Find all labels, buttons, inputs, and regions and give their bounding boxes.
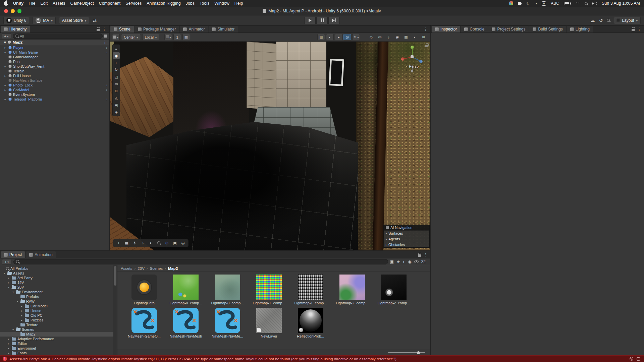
effects-icon[interactable]: ◐	[147, 241, 155, 245]
panel-menu-icon[interactable]	[102, 27, 106, 32]
hidden-count-eye-icon[interactable]	[414, 260, 419, 263]
tab-lighting[interactable]: Lighting	[567, 26, 593, 33]
search-tool-icon[interactable]	[155, 241, 163, 245]
project-search-input[interactable]	[20, 260, 385, 264]
apple-menu-icon[interactable]	[4, 1, 8, 6]
nav-surfaces-row[interactable]: Surfaces	[384, 230, 429, 236]
asset-item[interactable]: Lightmap-1_comp...	[252, 275, 286, 305]
snap-increment-field[interactable]: 1	[173, 34, 181, 40]
filter-label-icon[interactable]: ◉	[408, 259, 411, 264]
snap-toggle-icon[interactable]: ▦	[182, 34, 190, 40]
play-button[interactable]	[304, 17, 316, 24]
camera-tool-icon[interactable]: ▣	[113, 102, 120, 108]
tree-folder[interactable]: House	[0, 308, 117, 313]
rotate-tool-icon[interactable]: ↻	[113, 66, 120, 73]
component-filter-icon[interactable]: ◐	[411, 34, 419, 40]
step-button[interactable]	[328, 17, 340, 24]
filter-type-icon[interactable]: ◐	[403, 259, 405, 264]
scrollbar-thumb[interactable]	[114, 266, 116, 286]
menu-gameobject[interactable]: GameObject	[70, 1, 94, 6]
menu-animation-rigging[interactable]: Animation Rigging	[147, 1, 180, 6]
unity-version-chip[interactable]: Unity 6	[3, 17, 29, 24]
asset-item[interactable]: Lightmap-0_comp...	[211, 275, 244, 305]
scene-header-row[interactable]: Map2	[0, 40, 109, 45]
menu-unity[interactable]: Unity	[13, 1, 23, 6]
pan-tool-icon[interactable]: +	[115, 241, 122, 245]
raycast-menubar-icon[interactable]	[509, 1, 513, 5]
expand-arrow-icon[interactable]	[4, 40, 6, 45]
asset-item[interactable]: Lightmap-1_comp...	[294, 275, 327, 305]
maximize-window-button[interactable]	[17, 9, 21, 13]
tree-folder[interactable]: Texture	[0, 322, 117, 327]
lock-icon[interactable]	[632, 29, 635, 31]
asset-item[interactable]: ReflectionProb...	[294, 308, 327, 338]
panel-menu-icon[interactable]	[637, 27, 641, 32]
orientation-mode-dropdown[interactable]: Local	[142, 34, 160, 40]
tree-folder[interactable]: Assets	[0, 271, 117, 276]
favorite-search-icon[interactable]: ★	[396, 259, 400, 264]
tool-settings-icon[interactable]	[112, 34, 120, 40]
hierarchy-item[interactable]: Teleport_Platform	[0, 97, 109, 102]
prefab-open-arrow[interactable]	[106, 97, 109, 101]
menu-window[interactable]: Window	[214, 1, 229, 6]
editor-search-icon[interactable]	[607, 19, 610, 22]
hierarchy-item[interactable]: ShortCutWay_Vent	[0, 64, 109, 69]
menu-file[interactable]: File	[29, 1, 35, 6]
tree-folder[interactable]: RAW	[0, 299, 117, 304]
asset-item[interactable]: NewLayer	[252, 308, 286, 338]
hierarchy-item[interactable]: Player	[0, 45, 109, 50]
tab-console[interactable]: Console	[461, 26, 488, 33]
nav-obstacles-row[interactable]: Obstacles	[384, 242, 429, 247]
panel-menu-icon[interactable]	[424, 27, 428, 32]
asset-item[interactable]: ××NavMesh-NavMesh	[169, 308, 203, 338]
grid-snapping-icon[interactable]	[164, 34, 172, 40]
project-search-field[interactable]	[13, 259, 388, 264]
hierarchy-item[interactable]: Terrain	[0, 69, 109, 73]
gizmo-center-cube[interactable]	[411, 55, 414, 58]
asset-item[interactable]: Lightmap-2_comp...	[377, 275, 411, 305]
wireframe-toggle-icon[interactable]: ●	[335, 34, 342, 40]
shading-mode-icon[interactable]: ◐	[326, 34, 334, 40]
editor-tool-icon[interactable]: ◈	[113, 109, 120, 115]
move-tool-icon[interactable]: +	[113, 59, 120, 66]
prefab-open-arrow[interactable]	[106, 88, 109, 92]
asset-item[interactable]: ××NavMesh-NavMe...	[211, 308, 244, 338]
tree-folder[interactable]: Environment	[0, 290, 117, 294]
lock-icon[interactable]	[97, 29, 100, 31]
scene-3d-viewport[interactable]: ≡ ◉ + ↻ ◰ ▭ ⊕ ◬ ▣ ◈	[110, 42, 430, 250]
input-source-icon[interactable]: A	[542, 1, 546, 6]
slider-thumb[interactable]	[417, 351, 420, 354]
tab-inspector[interactable]: Inspector	[432, 26, 460, 33]
close-window-button[interactable]	[4, 9, 8, 13]
hierarchy-item[interactable]: Post	[0, 59, 109, 64]
prefab-open-arrow[interactable]	[106, 50, 109, 54]
asset-item[interactable]: Lightmap-2_comp...	[335, 275, 369, 305]
status-bar[interactable]: ! Assets/3rd Party/Tank & Healer Studio/…	[0, 355, 644, 362]
breadcrumb-scenes[interactable]: Scenes	[150, 266, 163, 270]
tree-folder-selected[interactable]: Map2	[0, 332, 117, 337]
prefab-open-arrow[interactable]	[106, 46, 109, 50]
camera-preview-icon[interactable]: ▭	[376, 34, 384, 40]
ai-navigation-header[interactable]: AI Navigation	[384, 225, 429, 230]
scene-lighting-toggle-icon[interactable]: ◎	[343, 34, 351, 40]
control-center-icon[interactable]	[592, 2, 597, 5]
tree-folder[interactable]: 3rd Party	[0, 276, 117, 280]
breadcrumb-20v[interactable]: 20V	[138, 266, 144, 270]
scene-menu-icon[interactable]	[103, 40, 107, 45]
scale-tool-icon[interactable]: ◰	[113, 73, 120, 80]
effects-dropdown-icon[interactable]: ☀	[352, 34, 360, 40]
breadcrumb-map2[interactable]: Map2	[168, 266, 178, 270]
account-button[interactable]: MA	[33, 17, 56, 24]
pivot-mode-dropdown[interactable]: Center	[121, 34, 141, 40]
asset-item[interactable]: LightingData	[127, 275, 161, 305]
rect-tool-icon[interactable]: ▭	[113, 80, 120, 87]
prefab-open-arrow[interactable]	[106, 83, 109, 87]
hierarchy-item[interactable]: UI_Main Game	[0, 50, 109, 55]
tree-folder[interactable]: Environmet	[0, 346, 117, 351]
tree-folder[interactable]: Old PC	[0, 313, 117, 318]
custom-tool-icon[interactable]: ◬	[113, 95, 120, 101]
hierarchy-item[interactable]: NavMesh Surface	[0, 78, 109, 83]
lighting-icon[interactable]: ☀	[131, 241, 139, 245]
lock-icon[interactable]	[418, 254, 421, 257]
audio-icon[interactable]: ♪	[139, 241, 147, 245]
